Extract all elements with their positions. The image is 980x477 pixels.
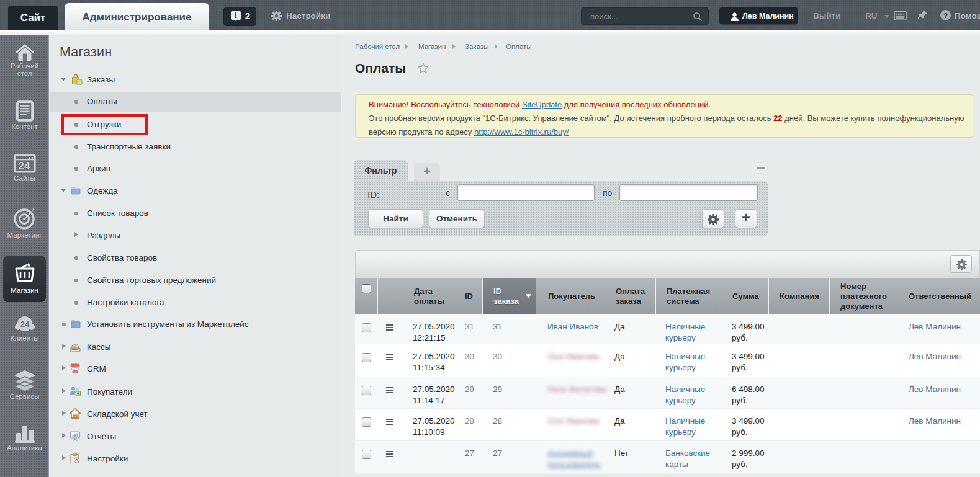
svg-text:24: 24 <box>20 319 29 329</box>
svg-text:24: 24 <box>18 160 30 172</box>
svg-text:?: ? <box>943 11 948 19</box>
